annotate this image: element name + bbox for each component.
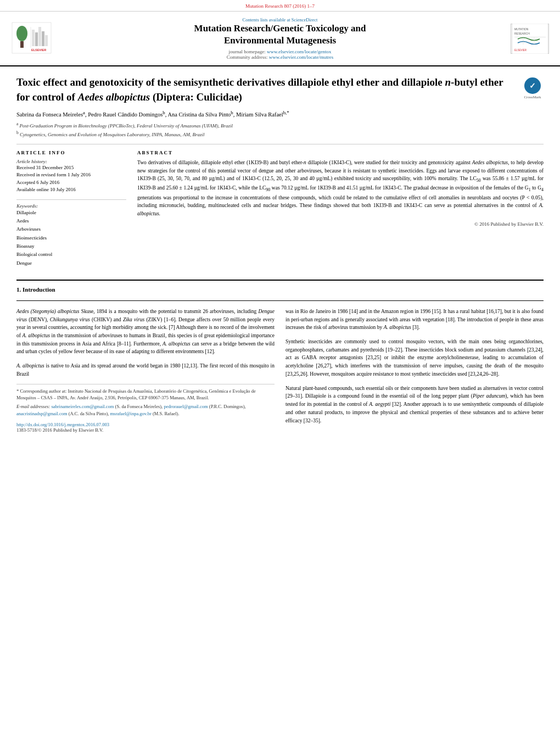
keyword-3: Arboviruses bbox=[16, 225, 126, 233]
main-right-col: was in Rio de Janeiro in 1986 [14] and i… bbox=[285, 308, 544, 433]
page: Mutation Research 807 (2016) 1–7 ELSEVIE… bbox=[0, 0, 560, 742]
accepted-date: Accepted 6 July 2016 bbox=[16, 179, 126, 187]
doi-link[interactable]: http://dx.doi.org/10.1016/j.mrgentox.201… bbox=[16, 422, 109, 427]
svg-rect-7 bbox=[35, 32, 38, 46]
article-history: Article history: Received 31 December 20… bbox=[16, 159, 126, 194]
science-direct-line: Contents lists available at ScienceDirec… bbox=[55, 17, 505, 23]
section-1-title: 1. Introduction bbox=[16, 286, 544, 293]
email-pedro[interactable]: pedrorauel@gmail.com bbox=[164, 404, 208, 409]
article-title: Toxic effect and genotoxicity of the sem… bbox=[16, 75, 522, 104]
community-link[interactable]: www.elsevier.com/locate/mutres bbox=[269, 54, 333, 60]
journal-right-logo: MUTATION RESEARCH ELSEVIER bbox=[505, 24, 549, 54]
received-date: Received 31 December 2015 bbox=[16, 164, 126, 172]
email-miriam[interactable]: msrafael@inpa.gov.br bbox=[110, 411, 152, 416]
svg-rect-3 bbox=[20, 41, 24, 48]
doi-section: http://dx.doi.org/10.1016/j.mrgentox.201… bbox=[16, 422, 275, 433]
affiliation-a: a Post-Graduation Program in Biotechnolo… bbox=[16, 121, 544, 130]
footnote-corresponding: * Corresponding author at: Instituto Nac… bbox=[16, 388, 275, 402]
keywords-block: Keywords: Dillapiole Aedes Arboviruses B… bbox=[16, 203, 126, 267]
crossmark-icon: ✓ bbox=[524, 77, 541, 94]
keywords-label: Keywords: bbox=[16, 203, 126, 209]
available-date: Available online 10 July 2016 bbox=[16, 186, 126, 194]
divider-main bbox=[16, 280, 544, 281]
intro-right-para1: was in Rio de Janeiro in 1986 [14] and i… bbox=[285, 308, 544, 332]
revised-date: Received in revised form 1 July 2016 bbox=[16, 171, 126, 179]
journal-header: ELSEVIER Contents lists available at Sci… bbox=[0, 12, 560, 66]
svg-text:MUTATION: MUTATION bbox=[514, 27, 529, 31]
journal-citation: Mutation Research 807 (2016) 1–7 bbox=[0, 0, 560, 12]
article-title-section: Toxic effect and genotoxicity of the sem… bbox=[16, 75, 544, 104]
intro-left-para1: Aedes (Stegomyia) albopictus Skuse, 1894… bbox=[16, 308, 275, 356]
homepage-link[interactable]: www.elsevier.com/locate/gentox bbox=[267, 49, 331, 54]
email-sabrina[interactable]: sabrinameireles.com@gmail.com bbox=[51, 404, 114, 409]
elsevier-logo: ELSEVIER bbox=[11, 21, 55, 55]
author-list: Sabrina da Fonseca Meirelesa, Pedro Raue… bbox=[16, 111, 289, 118]
abstract-label: ABSTRACT bbox=[137, 150, 544, 155]
keyword-4: Bioinsecticides bbox=[16, 234, 126, 242]
intro-right-para3: Natural plant-based compounds, such esse… bbox=[285, 384, 544, 425]
abstract-text: Two derivatives of dillapiole, dillapiol… bbox=[137, 159, 544, 218]
svg-text:ELSEVIER: ELSEVIER bbox=[514, 49, 527, 52]
article-body: Toxic effect and genotoxicity of the sem… bbox=[0, 66, 560, 441]
main-left-col: Aedes (Stegomyia) albopictus Skuse, 1894… bbox=[16, 308, 275, 433]
crossmark-label: CrossMark bbox=[524, 95, 541, 99]
authors: Sabrina da Fonseca Meirelesa, Pedro Raue… bbox=[16, 109, 544, 119]
article-info-col: ARTICLE INFO Article history: Received 3… bbox=[16, 150, 126, 273]
keyword-7: Dengue bbox=[16, 259, 126, 267]
svg-rect-14 bbox=[514, 37, 546, 37]
journal-homepage: journal homepage: www.elsevier.com/locat… bbox=[55, 49, 505, 60]
keyword-5: Bioassay bbox=[16, 242, 126, 250]
history-label: Article history: bbox=[16, 159, 126, 164]
copyright-line: © 2016 Published by Elsevier B.V. bbox=[137, 221, 544, 227]
keyword-2: Aedes bbox=[16, 217, 126, 225]
divider-1 bbox=[16, 144, 544, 144]
article-info-label: ARTICLE INFO bbox=[16, 150, 126, 155]
svg-rect-10 bbox=[45, 35, 48, 46]
footnote-section: * Corresponding author at: Instituto Nac… bbox=[16, 384, 275, 417]
svg-rect-9 bbox=[42, 31, 44, 46]
intro-left-para2: A. albopictus is native to Asia and its … bbox=[16, 362, 275, 378]
right-logo-box: MUTATION RESEARCH ELSEVIER bbox=[511, 24, 549, 54]
abstract-col: ABSTRACT Two derivatives of dillapiole, … bbox=[137, 150, 544, 273]
email-ana[interactable]: anacristinadsp@gmail.com bbox=[16, 411, 68, 416]
svg-text:RESEARCH: RESEARCH bbox=[514, 32, 530, 35]
crossmark: ✓ CrossMark bbox=[522, 75, 544, 99]
intro-right-para2: Synthetic insecticides are commonly used… bbox=[285, 338, 544, 378]
affiliation-b: b Cytogenetics, Genomics and Evolution o… bbox=[16, 130, 544, 138]
svg-point-2 bbox=[16, 26, 27, 41]
footnote-emails: E-mail addresses: sabrinameireles.com@gm… bbox=[16, 403, 275, 417]
article-info-abstract: ARTICLE INFO Article history: Received 3… bbox=[16, 150, 544, 273]
right-logo-svg: MUTATION RESEARCH ELSEVIER bbox=[512, 24, 548, 54]
journal-center: Contents lists available at ScienceDirec… bbox=[55, 17, 505, 60]
journal-title: Mutation Research/Genetic Toxicology and… bbox=[55, 23, 505, 47]
keyword-1: Dillapiole bbox=[16, 209, 126, 217]
elsevier-logo-svg: ELSEVIER bbox=[11, 21, 52, 54]
svg-rect-6 bbox=[32, 30, 35, 46]
keywords-list: Dillapiole Aedes Arboviruses Bioinsectic… bbox=[16, 209, 126, 267]
svg-text:ELSEVIER: ELSEVIER bbox=[31, 48, 46, 52]
keyword-6: Biological control bbox=[16, 250, 126, 259]
doi-url: http://dx.doi.org/10.1016/j.mrgentox.201… bbox=[16, 422, 275, 427]
citation-text: Mutation Research 807 (2016) 1–7 bbox=[245, 3, 315, 9]
doi-issn: 1383-5718/© 2016 Published by Elsevier B… bbox=[16, 427, 275, 433]
divider-info bbox=[16, 199, 126, 200]
main-text: Aedes (Stegomyia) albopictus Skuse, 1894… bbox=[16, 300, 544, 433]
svg-rect-8 bbox=[38, 27, 41, 46]
